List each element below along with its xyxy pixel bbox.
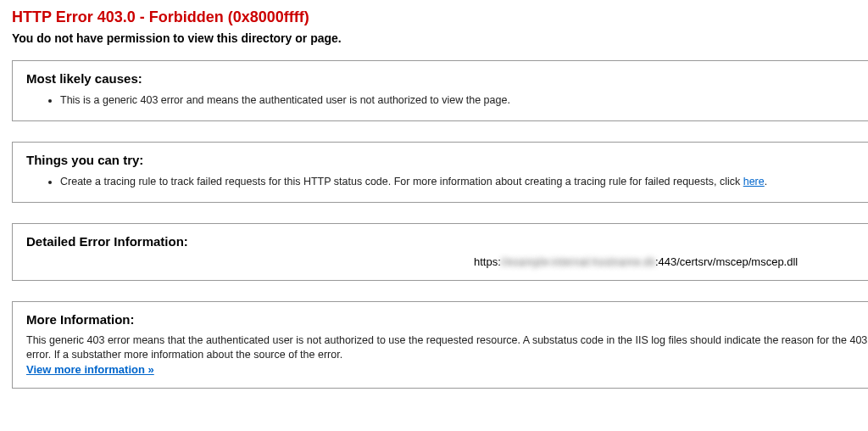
details-heading: Detailed Error Information:	[26, 234, 868, 249]
here-link[interactable]: here	[743, 176, 765, 188]
moreinfo-text: This generic 403 error means that the au…	[26, 333, 868, 363]
page-title: HTTP Error 403.0 - Forbidden (0x8000ffff…	[12, 8, 868, 26]
moreinfo-box: More Information: This generic 403 error…	[12, 301, 868, 389]
url-suffix: :443/certsrv/mscep/mscep.dll	[655, 255, 798, 268]
url-host-redacted: //example-internal-hostname.dk	[501, 255, 655, 268]
url-prefix: https:	[474, 255, 501, 268]
try-text: Create a tracing rule to track failed re…	[60, 176, 743, 188]
moreinfo-heading: More Information:	[26, 312, 868, 327]
causes-list: This is a generic 403 error and means th…	[26, 92, 868, 109]
try-box: Things you can try: Create a tracing rul…	[12, 142, 868, 203]
try-heading: Things you can try:	[26, 153, 868, 167]
causes-heading: Most likely causes:	[26, 71, 868, 86]
details-box: Detailed Error Information:	[12, 223, 868, 281]
page-subtitle: You do not have permission to view this …	[12, 31, 868, 45]
causes-box: Most likely causes: This is a generic 40…	[12, 60, 868, 121]
view-more-information-link[interactable]: View more information »	[26, 363, 154, 376]
list-item: This is a generic 403 error and means th…	[60, 92, 868, 109]
list-item: Create a tracing rule to track failed re…	[60, 174, 868, 190]
try-list: Create a tracing rule to track failed re…	[26, 174, 868, 190]
